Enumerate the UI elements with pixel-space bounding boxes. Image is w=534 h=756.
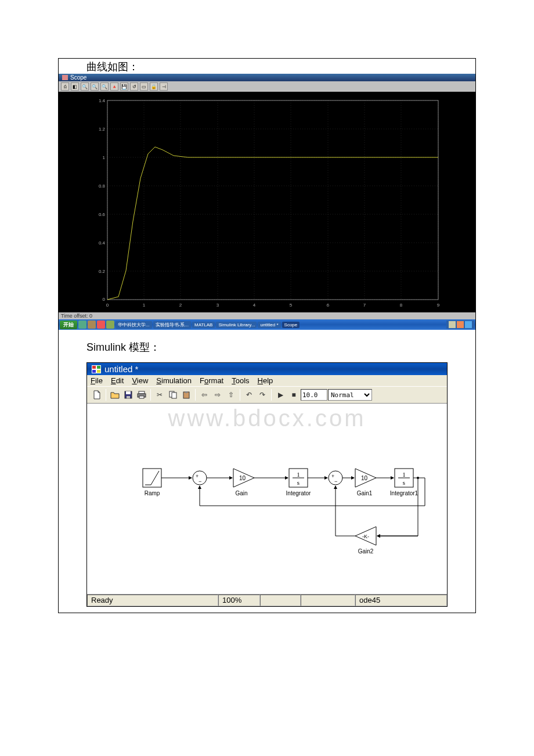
page-container: 曲线如图： Scope ⎙ ◧ 🔍 🔍 🔍 🔺 💾 ↺ ▭ 🔒 ⊣ <box>58 58 476 613</box>
svg-text:Gain: Gain <box>235 490 247 496</box>
undo-icon[interactable]: ↶ <box>243 388 255 401</box>
print-icon[interactable]: ⎙ <box>61 82 69 91</box>
svg-rect-52 <box>185 391 187 393</box>
stop-time-input[interactable] <box>301 389 327 401</box>
signal-icon[interactable]: ⊣ <box>160 82 168 91</box>
taskbar-item[interactable]: 华中科技大学... <box>116 321 152 329</box>
svg-text:−: − <box>334 478 337 484</box>
svg-text:1: 1 <box>103 155 106 160</box>
lock-icon[interactable]: 🔒 <box>150 82 158 91</box>
block-gain: 10 Gain <box>233 469 254 496</box>
svg-rect-0 <box>90 92 444 312</box>
scope-status: Time offset: 0 <box>59 312 475 319</box>
simulink-canvas[interactable]: Ramp + − 10 Gain 1 <box>87 404 447 594</box>
svg-text:1.2: 1.2 <box>99 127 106 132</box>
float-icon[interactable]: ▭ <box>140 82 148 91</box>
new-icon[interactable] <box>91 388 103 401</box>
svg-text:0: 0 <box>103 297 106 302</box>
scope-toolbar: ⎙ ◧ 🔍 🔍 🔍 🔺 💾 ↺ ▭ 🔒 ⊣ <box>59 81 475 92</box>
svg-text:6: 6 <box>327 303 330 308</box>
scope-title: Scope <box>70 74 86 81</box>
scope-titlebar[interactable]: Scope <box>59 74 475 81</box>
status-solver: ode45 <box>355 595 447 606</box>
taskbar-item[interactable]: Simulink Library... <box>216 322 257 328</box>
caption-top: 曲线如图： <box>59 59 475 74</box>
simulink-window: untitled * File Edit View Simulation For… <box>86 362 448 607</box>
svg-text:0: 0 <box>106 303 109 308</box>
redo-icon[interactable]: ↷ <box>256 388 269 401</box>
tray-icon[interactable] <box>465 321 472 328</box>
svg-text:7: 7 <box>363 303 366 308</box>
svg-text:0.4: 0.4 <box>99 240 106 246</box>
menu-tools[interactable]: Tools <box>232 376 249 385</box>
simulink-statusbar: Ready 100% ode45 <box>87 594 447 606</box>
forward-icon[interactable]: ⇨ <box>211 388 224 401</box>
simulink-icon <box>92 365 101 373</box>
svg-rect-41 <box>92 370 96 373</box>
svg-text:3: 3 <box>217 303 219 308</box>
mode-select[interactable]: Normal <box>328 389 372 401</box>
system-tray <box>446 321 474 329</box>
stop-icon[interactable]: ■ <box>287 388 300 401</box>
quick-launch-icon[interactable] <box>97 321 105 329</box>
restore-icon[interactable]: ↺ <box>130 82 138 91</box>
taskbar-item[interactable]: MATLAB <box>192 322 215 328</box>
svg-rect-48 <box>139 396 144 398</box>
block-sum2: + − <box>329 471 342 485</box>
open-icon[interactable] <box>109 388 121 401</box>
tray-icon[interactable] <box>457 321 464 328</box>
block-integrator1: 1 s Integrator1 <box>390 469 418 496</box>
quick-launch-icon[interactable] <box>106 321 114 329</box>
svg-rect-44 <box>126 391 131 394</box>
svg-text:−: − <box>199 478 201 484</box>
svg-text:-K-: -K- <box>362 534 369 539</box>
svg-point-84 <box>417 477 419 479</box>
copy-icon[interactable] <box>167 388 179 401</box>
menu-view[interactable]: View <box>132 376 148 385</box>
menu-edit[interactable]: Edit <box>111 376 124 385</box>
zoom-y-icon[interactable]: 🔍 <box>100 82 109 91</box>
paste-icon[interactable] <box>180 388 193 401</box>
status-zoom: 100% <box>218 595 260 606</box>
save-icon[interactable] <box>122 388 135 401</box>
taskbar-item[interactable]: untitled * <box>258 322 280 328</box>
taskbar-item[interactable]: 实验指导书-系... <box>153 321 191 329</box>
svg-text:10: 10 <box>361 475 368 481</box>
zoom-icon[interactable]: 🔍 <box>81 82 89 91</box>
autoscale-icon[interactable]: 🔺 <box>110 82 118 91</box>
tray-icon[interactable] <box>449 321 456 328</box>
svg-text:Ramp: Ramp <box>145 490 160 496</box>
svg-text:Integrator: Integrator <box>286 490 311 496</box>
quick-launch-icon[interactable] <box>88 321 96 329</box>
svg-text:Integrator1: Integrator1 <box>390 490 418 496</box>
cut-icon[interactable]: ✂ <box>153 388 166 401</box>
model-svg: Ramp + − 10 Gain 1 <box>87 404 447 594</box>
up-icon[interactable]: ⇧ <box>225 388 237 401</box>
block-integrator: 1 s Integrator <box>286 469 311 496</box>
taskbar-item-active[interactable]: Scope <box>282 322 300 328</box>
block-gain1: 10 Gain1 <box>355 469 376 496</box>
quick-launch-icon[interactable] <box>78 321 86 329</box>
status-blank <box>260 595 301 606</box>
save-icon[interactable]: 💾 <box>120 82 128 91</box>
svg-text:1: 1 <box>297 471 300 478</box>
svg-rect-40 <box>97 366 100 369</box>
back-icon[interactable]: ⇦ <box>198 388 211 401</box>
status-blank <box>301 595 355 606</box>
play-icon[interactable]: ▶ <box>274 388 287 401</box>
params-icon[interactable]: ◧ <box>71 82 79 91</box>
svg-text:s: s <box>403 479 405 486</box>
menu-help[interactable]: Help <box>258 376 273 385</box>
svg-text:s: s <box>297 479 300 486</box>
scope-plot: 1.4 1.2 1 0.8 0.6 0.4 0.2 0 0 1 2 3 4 5 <box>59 92 475 312</box>
print-icon[interactable] <box>135 388 148 401</box>
block-gain2: -K- Gain2 <box>355 527 376 555</box>
zoom-x-icon[interactable]: 🔍 <box>91 82 99 91</box>
start-button[interactable]: 开始 <box>60 321 77 329</box>
svg-text:9: 9 <box>437 303 440 308</box>
block-ramp: Ramp <box>143 469 161 496</box>
menu-simulation[interactable]: Simulation <box>156 376 192 385</box>
menu-file[interactable]: File <box>91 376 103 385</box>
simulink-titlebar[interactable]: untitled * <box>87 363 447 375</box>
menu-format[interactable]: Format <box>200 376 223 385</box>
